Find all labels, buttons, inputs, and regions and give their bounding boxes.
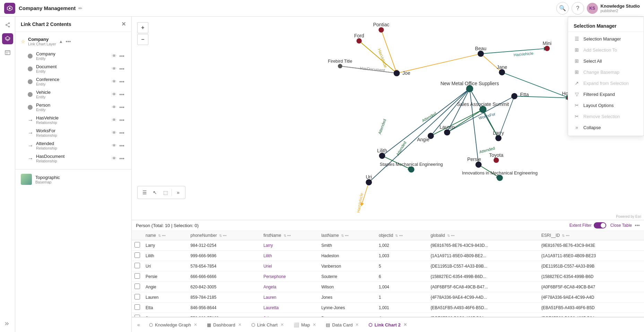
visibility-toggle-icon[interactable]: 👁 [112,130,116,135]
table-row[interactable]: Joe759-889-57168JohnDoe4{DBE67B32-B9C8-4… [132,313,644,317]
zoom-in-button[interactable]: + [137,22,148,33]
col-objectid[interactable]: objectid ⇅••• [376,231,428,240]
layer-item-attended[interactable]: →AttendedRelationship👁••• [26,139,126,152]
tab-close-data-card[interactable]: ✕ [355,322,359,327]
layer-group-more-icon[interactable]: ••• [66,39,71,44]
svg-point-58 [478,51,484,57]
sidebar-icon-layers[interactable] [2,33,13,44]
svg-point-62 [511,93,517,99]
table-row[interactable]: Persie666-666-6666PersephoneSouterre6{15… [132,271,644,282]
tab-close-link-chart[interactable]: ✕ [280,322,284,327]
row-checkbox[interactable] [134,273,140,279]
layer-item-more-button[interactable]: ••• [119,92,124,97]
zoom-out-button[interactable]: − [137,34,148,45]
layer-item-more-button[interactable]: ••• [119,53,124,59]
table-row[interactable]: Uri578-654-7854UrielVanberson5{DE11951B-… [132,261,644,271]
sidebar-icon-collapse[interactable] [2,318,13,329]
visibility-toggle-icon[interactable]: 👁 [112,53,116,59]
table-row[interactable]: Lauren859-784-2185LaurenJones1{4F78A336-… [132,292,644,303]
cell-0: Etta [143,303,188,313]
layer-item-vehicle[interactable]: VehicleEntity👁••• [26,88,126,101]
layer-item-company[interactable]: CompanyEntity👁••• [26,50,126,62]
layer-item-hasdocument[interactable]: →HasDocumentRelationship👁••• [26,152,126,165]
layer-item-info-person: PersonEntity [36,102,108,112]
table-row[interactable]: Larry984-312-0254LarrySmith1,002{9E81676… [132,240,644,251]
table-scroll[interactable]: name ⇅••• phoneNumber ⇅••• firstName ⇅••… [132,231,644,317]
frame-select-button[interactable]: ⬚ [160,188,170,197]
row-checkbox[interactable] [134,252,140,258]
layer-item-hasvehicle[interactable]: →HasVehicleRelationship👁••• [26,114,126,126]
menu-item-layout-options[interactable]: ✂Layout Options [568,100,644,111]
tab-link-chart[interactable]: ⬡Link Chart✕ [246,317,289,332]
layer-item-conference[interactable]: ConferenceEntity👁••• [26,75,126,88]
panel-close-button[interactable]: ✕ [121,21,126,27]
graph-canvas[interactable]: + − [132,17,644,220]
layer-group-expand-icon[interactable]: ▲ [59,39,63,44]
col-globalid[interactable]: globalid ⇅••• [428,231,538,240]
layer-item-document[interactable]: DocumentEntity👁••• [26,62,126,75]
layer-item-worksfor[interactable]: →WorksForRelationship👁••• [26,126,126,139]
layer-item-more-button[interactable]: ••• [119,105,124,110]
layer-item-more-button[interactable]: ••• [119,130,124,136]
select-tool-button[interactable]: ↖ [150,188,160,197]
layer-group-header[interactable]: ☆ Company Link Chart Layer ▲ ••• [21,35,126,48]
tab-dashboard[interactable]: ▦Dashboard✕ [202,317,246,332]
visibility-toggle-icon[interactable]: 👁 [112,156,116,161]
table-more-button[interactable]: ••• [635,223,640,228]
menu-item-collapse[interactable]: »Collapse [568,122,644,133]
col-firstname[interactable]: firstName ⇅••• [261,231,319,240]
col-esriid[interactable]: ESRI__ID ⇅••• [539,231,644,240]
expand-button[interactable]: » [173,188,183,197]
list-view-button[interactable]: ☰ [140,188,149,197]
visibility-toggle-icon[interactable]: 👁 [112,92,116,97]
layer-item-more-button[interactable]: ••• [119,143,124,149]
search-button[interactable]: 🔍 [556,2,569,15]
tab-map[interactable]: ⬜Map✕ [289,317,321,332]
tab-close-dashboard[interactable]: ✕ [238,322,242,327]
visibility-toggle-icon[interactable]: 👁 [112,105,116,110]
col-name[interactable]: name ⇅••• [143,231,188,240]
visibility-toggle-icon[interactable]: 👁 [112,79,116,84]
tabs-collapse-button[interactable]: « [134,317,143,332]
visibility-toggle-icon[interactable]: 👁 [112,143,116,148]
tab-close-map[interactable]: ✕ [313,322,316,327]
layer-item-more-button[interactable]: ••• [119,156,124,161]
help-button[interactable]: ? [572,2,584,15]
tab-close-knowledge-graph[interactable]: ✕ [194,322,197,327]
col-lastname[interactable]: lastName ⇅••• [319,231,376,240]
layer-item-person[interactable]: PersonEntity👁••• [26,101,126,114]
col-phone[interactable]: phoneNumber ⇅••• [188,231,261,240]
sidebar-icon-network[interactable] [2,19,13,30]
layer-item-more-button[interactable]: ••• [119,117,124,123]
tab-link-chart-2[interactable]: ⬡Link Chart 2✕ [364,317,411,332]
menu-item-select-all[interactable]: ⊞Select All [568,55,644,66]
table-row[interactable]: Etta846-956-8644LaurettaLynne-Jones1,001… [132,303,644,313]
svg-point-2 [6,24,7,26]
menu-icon-collapse: » [574,125,580,130]
row-checkbox[interactable] [134,284,140,289]
visibility-toggle-icon[interactable]: 👁 [112,117,116,123]
menu-item-selection-manager[interactable]: ☰Selection Manager [568,33,644,44]
layer-item-more-button[interactable]: ••• [119,66,124,72]
svg-text:Firebird Title: Firebird Title [328,59,352,64]
extent-filter-toggle[interactable] [594,222,606,228]
row-checkbox[interactable] [134,304,140,310]
layer-item-more-button[interactable]: ••• [119,79,124,84]
table-row[interactable]: Angie620-842-3005AngelaWilson1,004{A0F6B… [132,282,644,292]
table-row[interactable]: Lilith999-666-9696LilithHadeston1,003{1A… [132,251,644,261]
row-checkbox[interactable] [134,242,140,248]
center-area: + − [132,17,644,332]
sidebar-icon-table[interactable] [2,47,13,58]
menu-item-filtered-expand[interactable]: ▽Filtered Expand [568,89,644,100]
cell-0: Persie [143,271,188,282]
row-checkbox[interactable] [134,294,140,299]
right-dropdown-menu: Selection Manager☰Selection Manager⊞Add … [568,17,644,136]
edit-title-icon[interactable]: ✏ [78,6,82,11]
tab-close-link-chart-2[interactable]: ✕ [403,322,407,327]
visibility-toggle-icon[interactable]: 👁 [112,66,116,71]
close-table-button[interactable]: Close Table [610,223,632,228]
svg-text:HasVehicle: HasVehicle [513,51,533,57]
row-checkbox[interactable] [134,263,140,268]
tab-knowledge-graph[interactable]: ⬡Knowledge Graph✕ [144,317,202,332]
tab-data-card[interactable]: ▤Data Card✕ [321,317,364,332]
